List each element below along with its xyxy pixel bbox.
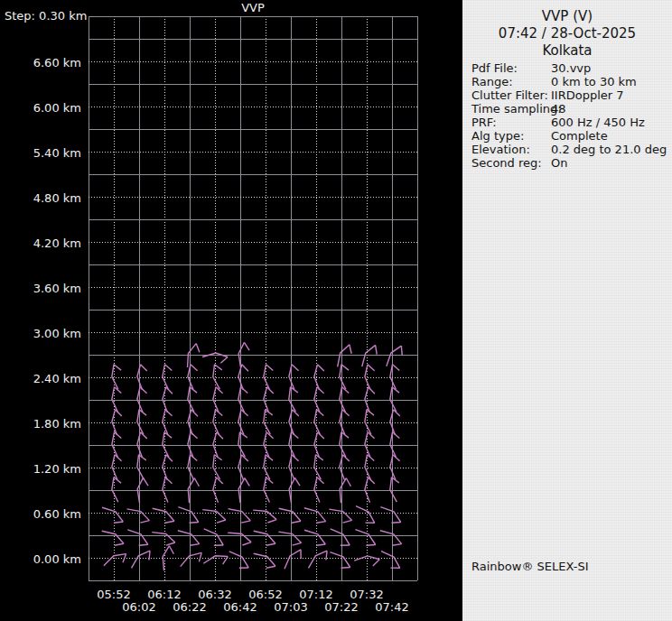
wind-barb [211,386,225,412]
wind-barb [339,454,351,480]
wind-barb [124,527,151,550]
wind-barb [288,409,301,435]
wind-barb [187,409,200,435]
wind-barb [110,386,125,413]
wind-barb [301,505,328,526]
wind-barb [186,454,201,481]
wind-barb [185,385,201,412]
y-axis-label: 6.00 km [2,101,81,116]
wind-barb [334,343,355,370]
wind-barb [326,505,353,525]
x-axis-label: 06:02 [114,601,164,614]
x-axis-label: 06:12 [139,589,190,601]
wind-barb [377,548,403,572]
wind-barb [124,505,151,525]
panel-field-row: Range:0 km to 30 km [471,75,668,88]
wind-barb [225,549,251,572]
wind-barb [362,408,378,435]
panel-site: Kolkata [462,42,672,60]
wind-barb [287,431,302,459]
y-axis-label: 4.80 km [2,191,81,206]
wind-barb [174,527,201,549]
panel-field-value: 48 [551,102,566,116]
wind-barb [162,386,174,412]
panel-field-row: Second reg:On [471,156,668,170]
x-axis-label: 07:12 [291,589,341,601]
wind-barb [200,526,226,550]
wind-barb [237,386,251,413]
wind-barb [262,364,276,391]
panel-field-label: Clutter Filter: [471,88,548,102]
y-axis-label: 3.00 km [2,327,81,341]
wind-barb [250,551,277,571]
wind-barb [313,477,326,503]
wind-barb [225,505,252,526]
x-axis-label: 05:52 [89,589,139,601]
y-axis-label: 6.60 km [2,56,81,70]
panel-field-label: Pdf File: [471,61,518,75]
panel-field-value: On [551,156,567,170]
wind-barb [262,431,275,458]
wind-barb [275,505,303,526]
y-axis-label: 2.40 km [2,372,81,386]
wind-barb [287,454,301,480]
wind-barb [388,364,403,391]
wind-barb-plot[interactable] [0,0,462,621]
wind-barb [135,408,150,435]
wind-barb [238,454,250,480]
panel-header: VVP (V) 07:42 / 28-Oct-2025 Kolkata [462,8,672,60]
wind-barb [136,364,149,390]
wind-barb [174,504,201,526]
wind-barb [282,547,305,573]
x-axis-label: 07:42 [367,601,417,614]
panel-field-value: Complete [551,129,608,143]
panel-field-label: Second reg: [471,156,542,170]
wind-barb [377,504,404,526]
wind-barb [363,454,378,481]
wind-barb [313,431,326,458]
wind-barb [178,549,205,571]
wind-barb [102,550,129,571]
panel-field-value: IIRDoppler 7 [551,88,624,102]
wind-barb [251,506,278,524]
wind-barb [238,364,250,390]
panel-field-value: 600 Hz / 450 Hz [551,116,645,129]
y-axis-label: 3.60 km [2,282,81,296]
wind-barb [186,431,200,458]
panel-field-row: Clutter Filter:IIRDoppler 7 [471,88,668,102]
info-panel: VVP (V) 07:42 / 28-Oct-2025 Kolkata Pdf … [462,0,672,621]
wind-barb [135,386,149,412]
wind-barb [212,477,225,503]
wind-barb [262,477,276,504]
wind-barb [337,431,352,458]
panel-field-label: Range: [471,75,513,88]
wind-barb [388,431,403,459]
panel-field-value: 0.2 deg to 21.0 deg [551,143,667,156]
panel-field-label: Elevation: [471,143,530,156]
wind-barb [389,409,402,435]
wind-barb [326,526,352,550]
wind-barb [364,477,377,503]
wind-barb [351,503,378,527]
y-axis-label: 1.20 km [2,462,81,477]
wind-barb [287,364,301,390]
y-axis-label: 0.60 km [2,507,81,522]
wind-barb [136,431,149,458]
x-axis-label: 06:42 [215,601,266,614]
wind-barb [261,453,276,480]
brand-footer: Rainbow® SELEX-SI [471,560,589,573]
wind-barb [388,454,402,480]
wind-barb [161,477,174,503]
wind-barb [377,527,404,549]
panel-field-row: Pdf File:30.vvp [471,61,668,75]
x-axis-label: 06:22 [164,601,215,614]
wind-barb [351,526,378,549]
y-axis-label: 1.80 km [2,417,81,431]
panel-field-row: Time sampling:48 [471,102,668,116]
panel-field-label: Time sampling: [471,102,562,116]
wind-barb [313,386,326,412]
wind-barb [160,431,175,458]
wind-barb [338,386,352,413]
panel-datetime: 07:42 / 28-Oct-2025 [462,25,672,42]
wind-barb [162,454,174,480]
